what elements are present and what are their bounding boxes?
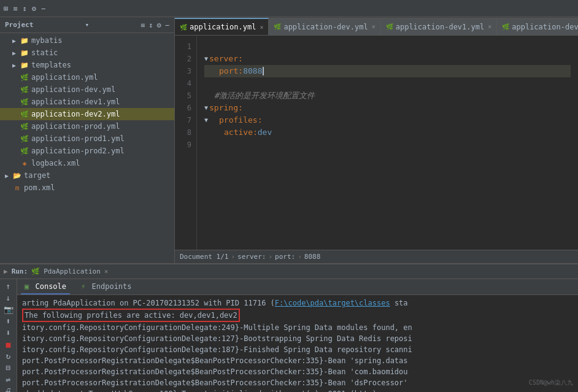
- code-line-9: [204, 139, 571, 151]
- sidebar-icon-settings[interactable]: ⚙: [157, 21, 161, 29]
- left-action-bar: ↑ ↓ 📷 ⬆ ⬇ ■ ↻ ⊟ ⇌ 🖨: [0, 279, 17, 392]
- console-line-5: itory.config.RepositoryConfigurationDele…: [22, 344, 573, 355]
- tab-application-yml[interactable]: 🌿 application.yml ×: [175, 18, 269, 35]
- sidebar-item-application-dev2-yml[interactable]: 🌿 application-dev2.yml: [0, 108, 174, 120]
- sidebar-item-application-prod-yml[interactable]: 🌿 application-prod.yml: [0, 120, 174, 133]
- tab-application-dev-yml[interactable]: 🌿 application-dev.yml ×: [269, 18, 380, 35]
- sidebar-item-application-dev1-yml[interactable]: 🌿 application-dev1.yml: [0, 96, 174, 108]
- code-content[interactable]: ▼ server: ▶ port: 8088 #激活的是开发环境配置文件: [197, 36, 578, 250]
- console-link-1[interactable]: F:\code\pda\target\classes: [275, 299, 390, 307]
- sidebar-header-icons: ≡ ↕ ⚙ −: [141, 21, 169, 29]
- action-rerun[interactable]: ↻: [2, 352, 15, 361]
- action-camera[interactable]: 📷: [2, 305, 15, 314]
- toolbar-icon-3: ↕: [22, 4, 26, 13]
- run-icon: ▶: [4, 267, 8, 275]
- sidebar-item-logback-xml[interactable]: ◈ logback.xml: [0, 157, 174, 169]
- sidebar-item-pom-xml[interactable]: m pom.xml: [0, 182, 174, 194]
- application-prod-yml-icon: 🌿: [20, 121, 29, 131]
- tab-application-dev-yml-label: application-dev.yml: [283, 23, 368, 31]
- fold-arrow-7[interactable]: ▼: [204, 114, 208, 126]
- action-stop[interactable]: ■: [2, 340, 15, 349]
- tab-application-dev-yml-close[interactable]: ×: [372, 23, 376, 30]
- sidebar-icon-structure[interactable]: ≡: [141, 21, 145, 29]
- console-line-3: itory.config.RepositoryConfigurationDele…: [22, 322, 573, 333]
- sidebar-item-application-yml[interactable]: 🌿 application.yml: [0, 71, 174, 83]
- sidebar-item-templates[interactable]: ▶ 📁 templates: [0, 59, 174, 71]
- sidebar-header: Project ▾ ≡ ↕ ⚙ −: [0, 17, 174, 33]
- tab-application-dev1-yml-icon: 🌿: [386, 23, 393, 30]
- console-line-9: mbedded.tomcat.TomcatWebServer:108}-Tomc…: [22, 388, 573, 392]
- sidebar: Project ▾ ≡ ↕ ⚙ − ▶ 📁 mybatis: [0, 17, 175, 263]
- sidebar-item-mybatis[interactable]: ▶ 📁 mybatis: [0, 34, 174, 47]
- sidebar-header-dropdown[interactable]: ▾: [85, 21, 89, 29]
- breadcrumb-sep1: ›: [231, 253, 235, 261]
- tab-application-yml-icon: 🌿: [180, 24, 187, 31]
- console-text-8: port.PostProcessorRegistrationDelegate$B…: [22, 379, 408, 387]
- run-label: Run:: [12, 267, 28, 275]
- sidebar-item-application-dev-yml[interactable]: 🌿 application-dev.yml: [0, 83, 174, 96]
- tab-application-dev1-yml-close[interactable]: ×: [488, 23, 491, 30]
- breadcrumb-bar: Document 1/1 › server: › port: › 8088: [175, 250, 578, 263]
- code-editor[interactable]: 1 2 3 4 5 6 7 8 9 ▼ server:: [175, 36, 578, 250]
- run-close-btn[interactable]: ×: [104, 267, 109, 275]
- code-key-port: port:: [219, 65, 243, 77]
- tab-application-dev1-yml-label: application-dev1.yml: [396, 23, 485, 31]
- action-scroll-up[interactable]: ⬆: [2, 317, 15, 326]
- mybatis-folder-icon: 📁: [20, 36, 29, 45]
- sidebar-item-application-prod2-yml[interactable]: 🌿 application-prod2.yml: [0, 145, 174, 157]
- console-text-9: mbedded.tomcat.TomcatWebServer:108}-Tomc…: [22, 390, 377, 392]
- console-text-1a: arting PdaApplication on PC-201702131352…: [22, 299, 275, 307]
- code-line-5: #激活的是开发环境配置文件: [204, 90, 571, 102]
- code-line-8: active: dev: [204, 126, 571, 139]
- application-prod2-yml-label: application-prod2.yml: [31, 147, 125, 155]
- tab-application-yml-close[interactable]: ×: [260, 24, 263, 31]
- tabs-bar: 🌿 application.yml × 🌿 application-dev.ym…: [175, 17, 578, 36]
- templates-folder-icon: 📁: [20, 60, 29, 70]
- action-print[interactable]: 🖨: [2, 386, 15, 392]
- toolbar-icon-1: ⊞: [4, 4, 8, 13]
- console-text-1b: sta: [390, 299, 408, 307]
- code-key-spring: spring:: [209, 102, 243, 114]
- tab-application-dev1-yml[interactable]: 🌿 application-dev1.yml ×: [381, 18, 498, 35]
- breadcrumb-doc: Document 1/1: [180, 253, 228, 261]
- console-text-5: itory.config.RepositoryConfigurationDele…: [22, 345, 412, 354]
- toolbar-icon-2: ≡: [13, 4, 17, 13]
- logback-xml-label: logback.xml: [31, 159, 80, 167]
- console-icon: ▣: [25, 282, 29, 291]
- application-dev-yml-label: application-dev.yml: [31, 85, 115, 94]
- console-line-2: The following profiles are active: dev,d…: [22, 309, 573, 322]
- run-bar: ▶ Run: 🌿 PdaApplication ×: [0, 264, 578, 279]
- templates-arrow: ▶: [12, 62, 20, 69]
- sidebar-item-application-prod1-yml[interactable]: 🌿 application-prod1.yml: [0, 133, 174, 145]
- endpoints-icon: ⚡: [81, 282, 85, 291]
- code-comment: #激活的是开发环境配置文件: [214, 90, 315, 102]
- fold-arrow-2[interactable]: ▼: [204, 53, 208, 65]
- action-scroll-down[interactable]: ⬇: [2, 328, 15, 337]
- sidebar-item-static[interactable]: ▶ 📁 static: [0, 47, 174, 59]
- sidebar-icon-minimize[interactable]: −: [165, 21, 169, 29]
- action-down[interactable]: ↓: [2, 293, 15, 302]
- tab-console[interactable]: ▣ Console: [21, 280, 70, 294]
- console-output[interactable]: arting PdaApplication on PC-201702131352…: [17, 295, 578, 392]
- sidebar-icon-sort[interactable]: ↕: [148, 21, 153, 29]
- breadcrumb-value: 8088: [304, 253, 321, 261]
- breadcrumb-sep2: ›: [268, 253, 272, 261]
- code-val-active: dev: [258, 126, 272, 139]
- application-yml-label: application.yml: [31, 73, 98, 82]
- application-dev2-yml-label: application-dev2.yml: [31, 110, 120, 118]
- toolbar-icon-4: ⚙: [32, 4, 36, 13]
- application-prod1-yml-icon: 🌿: [20, 134, 29, 144]
- application-prod1-yml-label: application-prod1.yml: [31, 134, 125, 143]
- application-prod2-yml-icon: 🌿: [20, 146, 29, 156]
- action-filter[interactable]: ⊟: [2, 363, 15, 372]
- tab-application-dev2-yml-label: application-dev2.yml: [512, 23, 578, 31]
- sidebar-item-target[interactable]: ▶ 📂 target: [0, 169, 174, 182]
- fold-arrow-6[interactable]: ▼: [204, 102, 208, 114]
- tab-endpoints[interactable]: ⚡ Endpoints: [77, 280, 136, 294]
- action-wrap[interactable]: ⇌: [2, 375, 15, 384]
- tab-application-dev2-yml[interactable]: 🌿 application-dev2.yml ×: [497, 18, 578, 35]
- main-area: Project ▾ ≡ ↕ ⚙ − ▶ 📁 mybatis: [0, 17, 578, 263]
- action-up[interactable]: ↑: [2, 282, 15, 291]
- sidebar-title: Project: [5, 21, 33, 29]
- breadcrumb-server: server:: [237, 253, 266, 261]
